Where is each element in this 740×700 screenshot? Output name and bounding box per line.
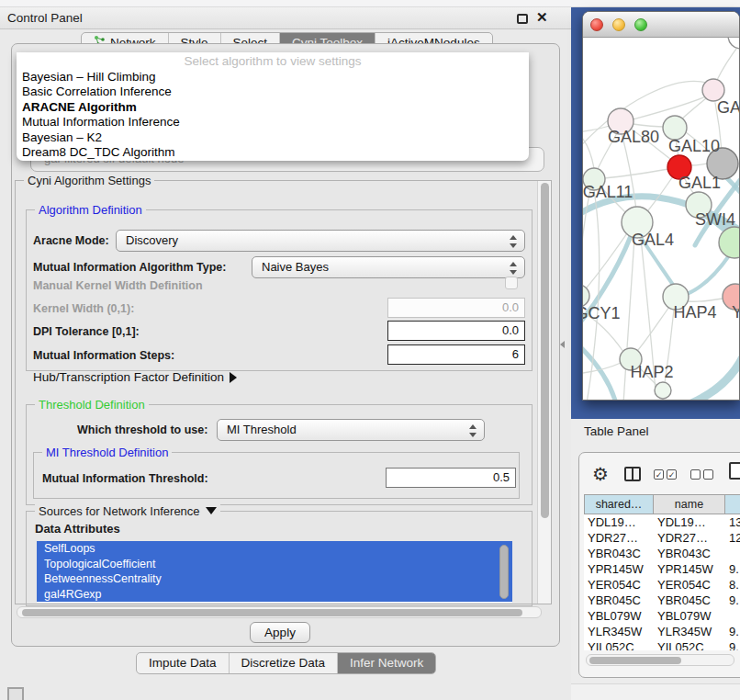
node-top-partial[interactable] xyxy=(728,38,740,49)
tab-impute-data[interactable]: Impute Data xyxy=(137,653,229,673)
table-cell[interactable]: YPR145W xyxy=(654,561,725,577)
algorithm-option[interactable]: Dream8 DC_TDC Algorithm xyxy=(17,145,529,160)
which-threshold-combo[interactable]: MI Threshold xyxy=(217,419,485,441)
table-cell[interactable]: YIL052C xyxy=(654,639,725,650)
dpi-tolerance-field[interactable]: 0.0 xyxy=(387,321,525,341)
data-attributes-list[interactable]: SelfLoopsTopologicalCoefficientBetweenne… xyxy=(37,541,512,603)
node-bottom-small[interactable] xyxy=(655,382,671,399)
network-edge[interactable] xyxy=(638,307,669,350)
table-body[interactable]: YDL19…YDL19…13YDR27…YDR27…12YBR043CYBR04… xyxy=(584,514,740,650)
table-row[interactable]: YDL19…YDL19…13 xyxy=(584,514,740,530)
table-row[interactable]: YPR145WYPR145W9. xyxy=(584,561,740,577)
table-row[interactable]: YDR27…YDR27…12 xyxy=(584,530,740,546)
table-row[interactable]: YLR345WYLR345W9. xyxy=(584,624,740,639)
table-cell[interactable]: YBL079W xyxy=(584,608,654,624)
float-window-icon[interactable] xyxy=(517,14,528,24)
zoom-window-icon[interactable] xyxy=(634,18,647,31)
table-cell[interactable]: YBR043C xyxy=(584,546,654,561)
attribute-item[interactable]: gal4RGexp xyxy=(37,587,512,603)
minimize-window-icon[interactable] xyxy=(612,18,625,31)
table-row[interactable]: YBL079WYBL079W xyxy=(584,608,740,624)
table-cell[interactable]: YDR27… xyxy=(654,530,725,546)
table-cell[interactable]: 13 xyxy=(725,514,740,530)
attribute-item[interactable]: TopologicalCoefficient xyxy=(37,557,512,572)
manual-kernel-checkbox[interactable] xyxy=(505,277,518,289)
tab-infer-network[interactable]: Infer Network xyxy=(337,653,435,673)
close-icon[interactable]: ✕ xyxy=(536,9,548,26)
network-edge[interactable] xyxy=(633,124,666,127)
attributes-scrollbar-thumb[interactable] xyxy=(499,545,509,599)
network-edge[interactable] xyxy=(689,299,723,301)
table-cell[interactable]: YDL19… xyxy=(584,514,654,530)
scrollbar-thumb[interactable] xyxy=(589,657,681,664)
gear-icon[interactable]: ⚙ xyxy=(592,463,609,485)
node-green-big[interactable] xyxy=(719,227,740,258)
table-row[interactable]: YBR043CYBR043C xyxy=(584,546,740,561)
table-cell[interactable]: 9. xyxy=(725,639,740,650)
table-cell[interactable]: YBR045C xyxy=(584,593,654,608)
table-cell[interactable] xyxy=(725,546,740,561)
attribute-item[interactable]: SelfLoops xyxy=(37,541,512,557)
table-cell[interactable]: YBR043C xyxy=(654,546,725,561)
table-cell[interactable]: 9. xyxy=(725,593,740,608)
table-cell[interactable]: YLR345W xyxy=(654,624,725,639)
table-cell[interactable]: YDR27… xyxy=(584,530,654,546)
network-edge[interactable] xyxy=(583,126,610,132)
network-edge[interactable] xyxy=(717,45,739,80)
close-window-icon[interactable] xyxy=(590,18,603,31)
apply-button[interactable]: Apply xyxy=(250,622,310,643)
table-row[interactable]: YIL052CYIL052C9. xyxy=(584,639,740,650)
column-chooser-icon[interactable] xyxy=(624,467,641,481)
aracne-mode-combo[interactable]: Discovery xyxy=(116,230,525,252)
deselect-all-icon[interactable] xyxy=(703,469,713,480)
network-edge[interactable] xyxy=(604,169,668,178)
network-edge[interactable] xyxy=(583,131,594,168)
table-cell[interactable]: YIL052C xyxy=(584,639,654,650)
select-all-check-icon[interactable]: ✓ xyxy=(667,469,677,480)
kernel-width-field[interactable]: 0.0 xyxy=(387,298,525,318)
export-table-icon[interactable] xyxy=(729,462,740,480)
algorithm-option[interactable]: Bayesian – Hill Climbing xyxy=(17,70,529,85)
network-edge-highlighted[interactable] xyxy=(682,254,730,296)
table-cell[interactable]: YER054C xyxy=(654,577,725,593)
table-cell[interactable]: YER054C xyxy=(584,577,654,593)
corner-grip[interactable] xyxy=(7,687,24,700)
tab-discretize-data[interactable]: Discretize Data xyxy=(229,653,338,673)
table-cell[interactable]: 9. xyxy=(725,624,740,639)
network-edge[interactable] xyxy=(690,164,708,165)
deselect-all-icon[interactable] xyxy=(690,469,701,480)
network-canvas[interactable]: GALGAL80GAL10GAL1GAL11SWI4GAL4GCY1HAP4YH… xyxy=(583,38,740,401)
table-cell[interactable]: YPR145W xyxy=(584,561,654,577)
table-cell[interactable]: YDL19… xyxy=(654,514,725,530)
table-cell[interactable]: 8. xyxy=(725,577,740,593)
table-cell[interactable] xyxy=(725,608,740,624)
network-edge-highlighted[interactable] xyxy=(691,344,740,401)
table-row[interactable]: YER054CYER054C8. xyxy=(584,577,740,593)
table-cell[interactable]: YBR045C xyxy=(654,593,725,608)
column-header-partial[interactable] xyxy=(725,494,740,514)
scrollbar-thumb[interactable] xyxy=(22,609,522,616)
algorithm-option[interactable]: ARACNE Algorithm xyxy=(17,100,529,115)
network-window-titlebar[interactable] xyxy=(583,12,739,38)
table-row[interactable]: YBR045CYBR045C9. xyxy=(584,593,740,608)
attribute-item[interactable]: BetweennessCentrality xyxy=(37,571,512,587)
mi-steps-field[interactable]: 6 xyxy=(387,344,525,365)
table-cell[interactable]: 12 xyxy=(725,530,740,546)
hub-section-toggle[interactable]: Hub/Transcription Factor Definition xyxy=(33,370,237,384)
algorithm-option[interactable]: Basic Correlation Inference xyxy=(17,85,529,99)
select-all-check-icon[interactable]: ✓ xyxy=(654,469,664,480)
split-pane-collapse-icon[interactable] xyxy=(560,341,565,348)
scrollbar-thumb[interactable] xyxy=(541,183,549,518)
settings-vertical-scrollbar[interactable] xyxy=(537,181,551,604)
network-edge[interactable] xyxy=(583,189,590,284)
table-horizontal-scrollbar[interactable] xyxy=(586,654,734,666)
settings-horizontal-scrollbar[interactable] xyxy=(17,606,542,618)
table-cell[interactable]: 9. xyxy=(725,561,740,577)
network-view-window[interactable]: GALGAL80GAL10GAL1GAL11SWI4GAL4GCY1HAP4YH… xyxy=(582,11,740,401)
mi-threshold-field[interactable]: 0.5 xyxy=(386,468,516,488)
mi-type-combo[interactable]: Naive Bayes xyxy=(252,256,525,278)
sources-group-title[interactable]: Sources for Network Inference xyxy=(35,504,220,518)
table-cell[interactable]: YLR345W xyxy=(584,624,654,639)
algorithm-option[interactable]: Mutual Information Inference xyxy=(17,115,529,130)
column-header-name[interactable]: name xyxy=(654,494,725,514)
